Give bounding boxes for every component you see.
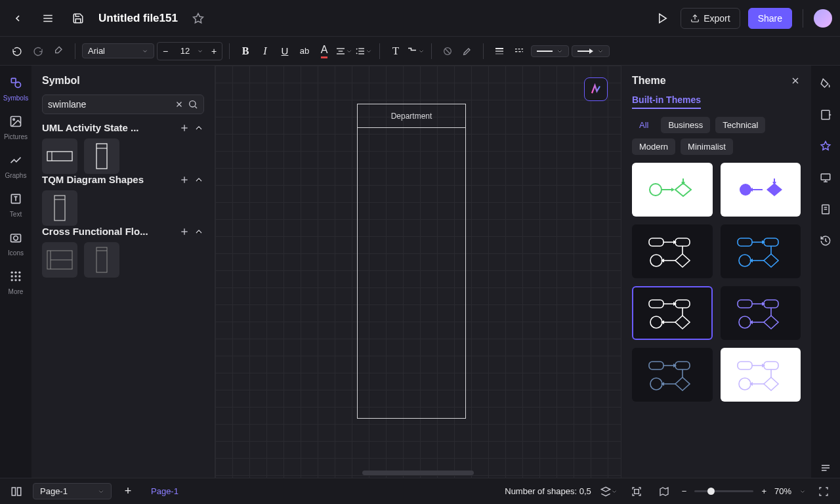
- bold-icon[interactable]: B: [236, 42, 255, 60]
- zoom-chevron-icon[interactable]: [799, 488, 806, 495]
- nav-item-icons[interactable]: Icons: [7, 228, 25, 257]
- theme-card[interactable]: [721, 224, 801, 278]
- page-select[interactable]: Page-1: [33, 483, 112, 499]
- page-icon[interactable]: [816, 200, 835, 219]
- stroke-select[interactable]: [531, 45, 569, 57]
- note-icon[interactable]: [816, 105, 835, 125]
- theme-card[interactable]: [721, 163, 801, 217]
- theme-tab-builtin[interactable]: Built-in Themes: [632, 94, 701, 109]
- nav-item-symbols[interactable]: Symbols: [3, 74, 28, 102]
- font-size-decrease[interactable]: −: [158, 43, 173, 60]
- style-icon[interactable]: [816, 136, 835, 156]
- zoom-in-button[interactable]: +: [761, 486, 766, 496]
- filter-chip[interactable]: All: [632, 117, 656, 133]
- nav-item-more[interactable]: More: [7, 267, 25, 295]
- theme-card[interactable]: [721, 348, 801, 402]
- zoom-slider[interactable]: [694, 490, 753, 492]
- close-icon[interactable]: [790, 75, 801, 86]
- file-title[interactable]: Untitled file151: [98, 12, 178, 25]
- font-size-value[interactable]: 12: [173, 46, 197, 56]
- history-icon[interactable]: [816, 231, 835, 251]
- avatar[interactable]: [814, 9, 832, 28]
- strikethrough-icon[interactable]: ab: [295, 42, 314, 60]
- format-painter-icon[interactable]: [50, 42, 68, 60]
- italic-icon[interactable]: I: [256, 42, 274, 60]
- svg-rect-50: [47, 152, 72, 161]
- search-icon[interactable]: [188, 99, 198, 110]
- add-icon[interactable]: [179, 175, 190, 185]
- fullscreen-icon[interactable]: [814, 482, 833, 501]
- ai-assist-button[interactable]: [584, 77, 608, 101]
- shape-thumb[interactable]: [84, 242, 119, 278]
- present-icon[interactable]: [816, 168, 835, 188]
- add-icon[interactable]: [179, 123, 190, 133]
- align-icon[interactable]: [335, 42, 353, 60]
- shape-thumb[interactable]: [42, 242, 77, 278]
- filter-chip[interactable]: Modern: [632, 138, 675, 155]
- focus-icon[interactable]: [627, 482, 646, 501]
- map-icon[interactable]: [654, 482, 674, 501]
- text-color-icon[interactable]: A: [315, 42, 333, 60]
- redo-icon[interactable]: [29, 42, 47, 60]
- play-button[interactable]: [653, 9, 673, 28]
- page-select-value: Page-1: [40, 486, 68, 496]
- font-size-increase[interactable]: +: [206, 43, 222, 60]
- line-weight-icon[interactable]: [490, 42, 509, 60]
- font-size-spinner[interactable]: − 12 +: [157, 42, 222, 60]
- nav-item-graphs[interactable]: Graphs: [5, 151, 27, 179]
- clear-icon[interactable]: [175, 100, 184, 109]
- theme-card[interactable]: [632, 286, 713, 340]
- theme-card[interactable]: [632, 348, 713, 402]
- settings-collapse-icon[interactable]: [816, 458, 835, 478]
- arrow-select[interactable]: [572, 45, 610, 57]
- layers-icon[interactable]: [599, 482, 619, 501]
- underline-icon[interactable]: U: [276, 42, 294, 60]
- bucket-icon[interactable]: [816, 74, 835, 93]
- text-tool-icon[interactable]: T: [387, 42, 405, 60]
- font-family-select[interactable]: Arial: [82, 43, 154, 58]
- add-page-button[interactable]: +: [118, 482, 138, 501]
- nav-item-pictures[interactable]: Pictures: [4, 112, 28, 140]
- svg-rect-147: [634, 489, 639, 494]
- horizontal-scrollbar[interactable]: [362, 471, 474, 475]
- filter-chip[interactable]: Minimalist: [681, 138, 733, 155]
- filter-chip[interactable]: Technical: [715, 117, 765, 133]
- canvas[interactable]: Department: [215, 66, 621, 478]
- shape-thumb[interactable]: [42, 138, 77, 174]
- connector-icon[interactable]: [406, 42, 425, 60]
- favorite-icon[interactable]: [188, 9, 208, 28]
- collapse-icon[interactable]: [194, 226, 204, 237]
- collapse-icon[interactable]: [194, 175, 204, 185]
- svg-rect-116: [675, 362, 690, 369]
- svg-point-110: [739, 316, 751, 328]
- undo-icon[interactable]: [8, 42, 26, 60]
- collapse-icon[interactable]: [194, 123, 204, 133]
- nav-item-text[interactable]: Text: [7, 190, 25, 218]
- page-tab[interactable]: Page-1: [144, 482, 185, 500]
- add-icon[interactable]: [179, 226, 190, 237]
- zoom-out-button[interactable]: −: [682, 486, 687, 496]
- symbol-category: UML Activity State ...: [42, 122, 204, 174]
- pages-panel-icon[interactable]: [7, 482, 26, 501]
- fill-icon[interactable]: [438, 42, 457, 60]
- share-button[interactable]: Share: [748, 8, 792, 29]
- save-icon[interactable]: [68, 9, 88, 28]
- shape-thumb[interactable]: [84, 138, 119, 174]
- export-button[interactable]: Export: [681, 8, 740, 29]
- back-button[interactable]: [8, 9, 28, 28]
- swimlane-shape[interactable]: Department: [357, 104, 466, 419]
- swimlane-header[interactable]: Department: [358, 104, 465, 128]
- line-spacing-icon[interactable]: [354, 42, 373, 60]
- theme-card[interactable]: [632, 163, 713, 217]
- search-input[interactable]: [48, 99, 171, 110]
- svg-rect-125: [764, 362, 778, 369]
- line-style-icon[interactable]: [510, 42, 528, 60]
- zoom-value[interactable]: 70%: [774, 486, 791, 496]
- filter-chip[interactable]: Business: [661, 117, 710, 133]
- symbol-search[interactable]: [42, 94, 204, 114]
- theme-card[interactable]: [632, 224, 713, 278]
- menu-button[interactable]: [38, 9, 58, 28]
- highlight-icon[interactable]: [458, 42, 476, 60]
- theme-card[interactable]: [721, 286, 801, 340]
- shape-thumb[interactable]: [42, 190, 77, 226]
